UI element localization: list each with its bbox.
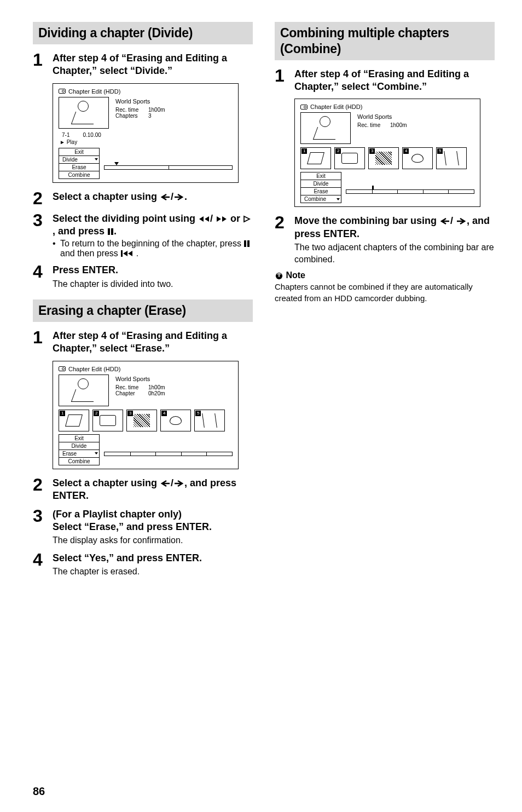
rec-val: 1h00m: [148, 384, 165, 390]
arrow-left-icon: [160, 193, 171, 201]
preview-thumbnail: [59, 375, 109, 406]
arrow-right-icon: [173, 480, 184, 487]
pause-icon: [107, 228, 114, 235]
divide-timeline: [104, 165, 233, 170]
svg-rect-1: [111, 228, 113, 235]
arrow-left-icon: [160, 480, 171, 487]
step-text: Press ENTER.: [53, 264, 253, 277]
ch-label: Chapters: [115, 113, 148, 119]
step-text: After step 4 of “Erasing and Editing a C…: [294, 68, 495, 94]
ss-meta-title: World Sports: [357, 113, 474, 120]
chapter-thumb[interactable]: 3: [368, 147, 399, 169]
menu-combine[interactable]: Combine: [59, 457, 100, 465]
divide-step-1: 1 After step 4 of “Erasing and Editing a…: [33, 52, 253, 78]
menu-divide[interactable]: Divide: [300, 180, 341, 188]
chapter-thumb[interactable]: 5: [436, 147, 467, 169]
menu-exit[interactable]: Exit: [59, 148, 100, 156]
step-number: 1: [33, 51, 53, 68]
divide-header: Dividing a chapter (Divide): [33, 22, 253, 44]
step-text: Move the combining bar using / , and pre…: [294, 215, 495, 240]
pause-icon: [243, 240, 250, 247]
menu-divide[interactable]: Divide: [59, 156, 100, 164]
svg-rect-0: [108, 228, 110, 235]
ch-val: 3: [148, 113, 152, 119]
hdd-icon: [59, 366, 66, 371]
step-number: 3: [33, 211, 53, 229]
chapter-thumb[interactable]: 5: [194, 410, 225, 431]
menu-erase[interactable]: Erase: [300, 187, 341, 195]
step-text: (For a Playlist chapter only)Select “Era…: [53, 508, 253, 534]
svg-rect-6: [279, 274, 280, 277]
play-label: ► Play: [59, 139, 233, 145]
erase-step-3: 3 (For a Playlist chapter only)Select “E…: [33, 508, 253, 546]
left-column: Dividing a chapter (Divide) 1 After step…: [33, 22, 253, 583]
divide-step-4: 4 Press ENTER. The chapter is divided in…: [33, 264, 253, 290]
note-body: Chapters cannot be combined if they are …: [275, 281, 495, 304]
combine-step-2: 2 Move the combining bar using / , and p…: [275, 215, 495, 265]
arrow-right-icon: [173, 193, 184, 201]
skip-back-icon: [120, 250, 134, 257]
step-bullet: • To return to the beginning of the chap…: [53, 239, 253, 258]
svg-rect-4: [121, 250, 123, 257]
erase-screenshot: Chapter Edit (HDD) World Sports Rec. tim…: [53, 361, 239, 469]
step-number: 4: [33, 551, 53, 568]
preview-thumbnail: [59, 97, 109, 129]
menu-erase[interactable]: Erase: [59, 163, 100, 171]
erase-timeline: [104, 452, 233, 456]
step-text: Select “Yes,” and press ENTER.: [53, 552, 253, 565]
step-sub: The two adjacent chapters of the combini…: [294, 241, 495, 265]
ss-title: Chapter Edit (HDD): [68, 366, 120, 372]
rec-label: Rec. time: [115, 107, 148, 113]
menu-erase[interactable]: Erase: [59, 450, 100, 458]
erase-header: Erasing a chapter (Erase): [33, 300, 253, 322]
rec-val: 1h00m: [390, 122, 407, 128]
menu-exit[interactable]: Exit: [59, 434, 100, 442]
rec-label: Rec. time: [115, 384, 148, 390]
divide-step-2: 2 Select a chapter using /.: [33, 191, 253, 207]
ch-val: 0h20m: [148, 390, 165, 396]
arrow-left-icon: [439, 217, 450, 225]
step-text: Select a chapter using /.: [53, 191, 253, 203]
chapter-thumb[interactable]: 1: [59, 410, 89, 431]
right-column: Combining multiple chapters (Combine) 1 …: [275, 22, 495, 583]
step-text: Select the dividing point using / or , a…: [53, 212, 253, 238]
preview-thumbnail: [300, 112, 351, 144]
chapter-thumb[interactable]: 2: [334, 147, 365, 169]
step-sub: The display asks for confirmation.: [53, 534, 253, 546]
page-number: 86: [33, 785, 45, 798]
step-sub: The chapter is erased.: [53, 566, 253, 578]
step-text: Select a chapter using /, and press ENTE…: [53, 477, 253, 503]
hdd-icon: [300, 105, 308, 110]
chapter-thumb[interactable]: 2: [92, 410, 123, 431]
chapter-thumb[interactable]: 3: [126, 410, 157, 431]
step-number: 2: [33, 476, 53, 493]
play-outline-icon: [243, 215, 251, 223]
svg-rect-3: [247, 240, 250, 247]
combine-step-1: 1 After step 4 of “Erasing and Editing a…: [275, 68, 495, 94]
divide-screenshot: Chapter Edit (HDD) World Sports Rec. tim…: [53, 83, 239, 183]
step-number: 2: [275, 214, 294, 231]
ss-meta-title: World Sports: [115, 376, 233, 382]
chapter-strip: 1 2 3 4 5: [300, 147, 474, 169]
arrow-right-icon: [456, 217, 467, 225]
pos-time: 0.10.00: [83, 132, 101, 138]
menu-combine[interactable]: Combine: [300, 195, 341, 203]
ss-title: Chapter Edit (HDD): [68, 88, 120, 95]
menu-exit[interactable]: Exit: [300, 172, 341, 180]
menu-combine[interactable]: Combine: [59, 171, 100, 179]
step-number: 1: [33, 329, 53, 346]
step-text: After step 4 of “Erasing and Editing a C…: [53, 330, 253, 355]
combine-screenshot: Chapter Edit (HDD) World Sports Rec. tim…: [294, 99, 480, 207]
hdd-icon: [59, 89, 66, 94]
chapter-thumb[interactable]: 1: [300, 147, 331, 169]
menu-divide[interactable]: Divide: [59, 442, 100, 450]
step-number: 4: [33, 263, 53, 280]
ss-meta-title: World Sports: [115, 98, 233, 105]
step-number: 2: [33, 189, 53, 207]
combine-timeline: [346, 189, 474, 194]
note-icon: [275, 272, 283, 280]
combining-bar-icon: [372, 186, 374, 190]
chapter-thumb[interactable]: 4: [402, 147, 433, 169]
step-text: After step 4 of “Erasing and Editing a C…: [53, 52, 253, 78]
chapter-thumb[interactable]: 4: [160, 410, 191, 431]
